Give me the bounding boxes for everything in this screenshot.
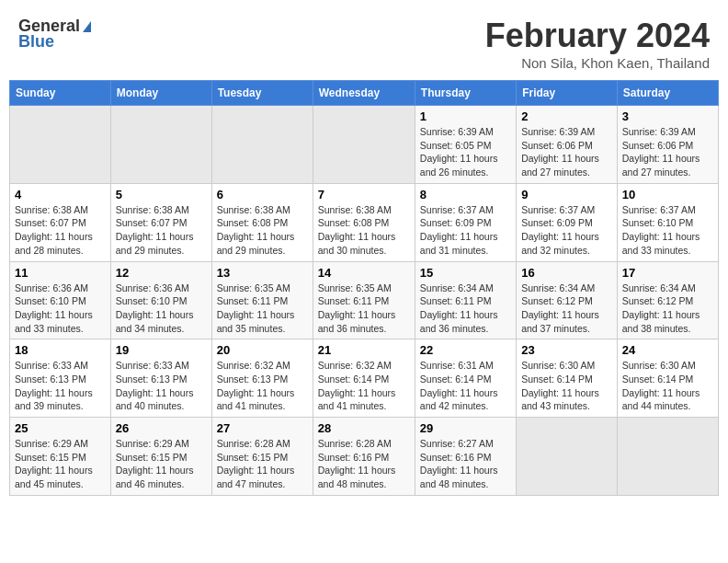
header-day-friday: Friday xyxy=(517,81,618,106)
day-info: Sunrise: 6:33 AMSunset: 6:13 PMDaylight:… xyxy=(15,359,106,413)
day-number: 29 xyxy=(420,421,511,435)
calendar-cell: 19Sunrise: 6:33 AMSunset: 6:13 PMDayligh… xyxy=(110,339,211,418)
day-info: Sunrise: 6:37 AMSunset: 6:09 PMDaylight:… xyxy=(521,203,612,258)
day-info: Sunrise: 6:32 AMSunset: 6:13 PMDaylight:… xyxy=(217,359,308,413)
day-number: 2 xyxy=(521,109,612,123)
header-row: SundayMondayTuesdayWednesdayThursdayFrid… xyxy=(10,81,719,106)
calendar-week-1: 1Sunrise: 6:39 AMSunset: 6:05 PMDaylight… xyxy=(10,106,719,184)
day-number: 1 xyxy=(420,109,511,123)
calendar-week-4: 18Sunrise: 6:33 AMSunset: 6:13 PMDayligh… xyxy=(10,339,719,418)
day-number: 24 xyxy=(622,343,713,357)
calendar-cell: 25Sunrise: 6:29 AMSunset: 6:15 PMDayligh… xyxy=(10,418,111,496)
day-number: 20 xyxy=(217,343,308,357)
day-info: Sunrise: 6:34 AMSunset: 6:12 PMDaylight:… xyxy=(622,282,713,336)
calendar-cell: 15Sunrise: 6:34 AMSunset: 6:11 PMDayligh… xyxy=(415,261,516,339)
calendar-cell: 8Sunrise: 6:37 AMSunset: 6:09 PMDaylight… xyxy=(415,183,516,261)
day-info: Sunrise: 6:32 AMSunset: 6:14 PMDaylight:… xyxy=(318,359,410,413)
day-number: 17 xyxy=(622,266,713,280)
day-number: 27 xyxy=(217,421,308,435)
day-number: 14 xyxy=(318,266,410,280)
day-info: Sunrise: 6:29 AMSunset: 6:15 PMDaylight:… xyxy=(15,437,106,491)
day-info: Sunrise: 6:38 AMSunset: 6:08 PMDaylight:… xyxy=(318,203,410,258)
day-number: 18 xyxy=(15,343,106,357)
day-info: Sunrise: 6:39 AMSunset: 6:06 PMDaylight:… xyxy=(622,125,713,179)
day-info: Sunrise: 6:36 AMSunset: 6:10 PMDaylight:… xyxy=(116,282,207,336)
logo: General Blue xyxy=(18,17,91,52)
day-number: 12 xyxy=(116,266,207,280)
calendar-cell: 27Sunrise: 6:28 AMSunset: 6:15 PMDayligh… xyxy=(211,418,313,496)
calendar-cell: 6Sunrise: 6:38 AMSunset: 6:08 PMDaylight… xyxy=(211,183,313,261)
day-info: Sunrise: 6:28 AMSunset: 6:16 PMDaylight:… xyxy=(318,437,410,491)
calendar-cell: 26Sunrise: 6:29 AMSunset: 6:15 PMDayligh… xyxy=(110,418,211,496)
calendar-cell: 4Sunrise: 6:38 AMSunset: 6:07 PMDaylight… xyxy=(10,183,111,261)
calendar-cell: 28Sunrise: 6:28 AMSunset: 6:16 PMDayligh… xyxy=(313,418,415,496)
day-number: 22 xyxy=(420,343,511,357)
day-info: Sunrise: 6:30 AMSunset: 6:14 PMDaylight:… xyxy=(521,359,612,413)
day-number: 7 xyxy=(318,188,410,201)
day-info: Sunrise: 6:35 AMSunset: 6:11 PMDaylight:… xyxy=(217,282,308,336)
calendar-cell xyxy=(10,106,111,184)
day-number: 3 xyxy=(622,109,713,123)
calendar-cell: 16Sunrise: 6:34 AMSunset: 6:12 PMDayligh… xyxy=(517,261,618,339)
calendar-cell: 14Sunrise: 6:35 AMSunset: 6:11 PMDayligh… xyxy=(313,261,415,339)
day-info: Sunrise: 6:36 AMSunset: 6:10 PMDaylight:… xyxy=(15,282,106,336)
day-info: Sunrise: 6:31 AMSunset: 6:14 PMDaylight:… xyxy=(420,359,511,413)
day-info: Sunrise: 6:29 AMSunset: 6:15 PMDaylight:… xyxy=(116,437,207,491)
calendar-cell: 12Sunrise: 6:36 AMSunset: 6:10 PMDayligh… xyxy=(110,261,211,339)
header-day-saturday: Saturday xyxy=(617,81,718,106)
day-info: Sunrise: 6:39 AMSunset: 6:05 PMDaylight:… xyxy=(420,125,511,179)
header-day-wednesday: Wednesday xyxy=(313,81,415,106)
day-info: Sunrise: 6:35 AMSunset: 6:11 PMDaylight:… xyxy=(318,282,410,336)
day-number: 8 xyxy=(420,188,511,201)
day-number: 21 xyxy=(318,343,410,357)
calendar-cell: 17Sunrise: 6:34 AMSunset: 6:12 PMDayligh… xyxy=(617,261,718,339)
calendar-cell: 10Sunrise: 6:37 AMSunset: 6:10 PMDayligh… xyxy=(617,183,718,261)
day-number: 5 xyxy=(116,188,207,201)
calendar-cell xyxy=(517,418,618,496)
calendar-cell: 2Sunrise: 6:39 AMSunset: 6:06 PMDaylight… xyxy=(517,106,618,184)
calendar-body: 1Sunrise: 6:39 AMSunset: 6:05 PMDaylight… xyxy=(10,106,719,496)
calendar-cell xyxy=(211,106,313,184)
calendar-cell: 21Sunrise: 6:32 AMSunset: 6:14 PMDayligh… xyxy=(313,339,415,418)
day-number: 16 xyxy=(521,266,612,280)
calendar-cell: 11Sunrise: 6:36 AMSunset: 6:10 PMDayligh… xyxy=(10,261,111,339)
calendar-cell: 23Sunrise: 6:30 AMSunset: 6:14 PMDayligh… xyxy=(517,339,618,418)
day-info: Sunrise: 6:38 AMSunset: 6:07 PMDaylight:… xyxy=(116,203,207,258)
calendar-cell: 5Sunrise: 6:38 AMSunset: 6:07 PMDaylight… xyxy=(110,183,211,261)
day-info: Sunrise: 6:34 AMSunset: 6:12 PMDaylight:… xyxy=(521,282,612,336)
header-day-sunday: Sunday xyxy=(10,81,111,106)
location-subtitle: Non Sila, Khon Kaen, Thailand xyxy=(485,55,710,71)
day-number: 4 xyxy=(15,188,106,201)
title-block: February 2024 Non Sila, Khon Kaen, Thail… xyxy=(485,17,710,71)
month-title: February 2024 xyxy=(485,17,710,55)
calendar-cell: 1Sunrise: 6:39 AMSunset: 6:05 PMDaylight… xyxy=(415,106,516,184)
calendar-cell xyxy=(617,418,718,496)
day-info: Sunrise: 6:28 AMSunset: 6:15 PMDaylight:… xyxy=(217,437,308,491)
header-day-tuesday: Tuesday xyxy=(211,81,313,106)
calendar-week-3: 11Sunrise: 6:36 AMSunset: 6:10 PMDayligh… xyxy=(10,261,719,339)
calendar-cell: 18Sunrise: 6:33 AMSunset: 6:13 PMDayligh… xyxy=(10,339,111,418)
calendar-cell: 13Sunrise: 6:35 AMSunset: 6:11 PMDayligh… xyxy=(211,261,313,339)
logo-blue-text: Blue xyxy=(18,32,54,52)
page-header: General Blue February 2024 Non Sila, Kho… xyxy=(9,9,719,75)
header-day-thursday: Thursday xyxy=(415,81,516,106)
day-number: 23 xyxy=(521,343,612,357)
day-number: 28 xyxy=(318,421,410,435)
calendar-table: SundayMondayTuesdayWednesdayThursdayFrid… xyxy=(9,80,719,496)
day-info: Sunrise: 6:30 AMSunset: 6:14 PMDaylight:… xyxy=(622,359,713,413)
calendar-week-5: 25Sunrise: 6:29 AMSunset: 6:15 PMDayligh… xyxy=(10,418,719,496)
day-info: Sunrise: 6:37 AMSunset: 6:10 PMDaylight:… xyxy=(622,203,713,258)
day-number: 9 xyxy=(521,188,612,201)
calendar-cell: 9Sunrise: 6:37 AMSunset: 6:09 PMDaylight… xyxy=(517,183,618,261)
day-info: Sunrise: 6:27 AMSunset: 6:16 PMDaylight:… xyxy=(420,437,511,491)
day-number: 15 xyxy=(420,266,511,280)
calendar-cell: 29Sunrise: 6:27 AMSunset: 6:16 PMDayligh… xyxy=(415,418,516,496)
calendar-cell: 20Sunrise: 6:32 AMSunset: 6:13 PMDayligh… xyxy=(211,339,313,418)
calendar-cell: 24Sunrise: 6:30 AMSunset: 6:14 PMDayligh… xyxy=(617,339,718,418)
calendar-cell: 22Sunrise: 6:31 AMSunset: 6:14 PMDayligh… xyxy=(415,339,516,418)
calendar-cell: 3Sunrise: 6:39 AMSunset: 6:06 PMDaylight… xyxy=(617,106,718,184)
day-info: Sunrise: 6:38 AMSunset: 6:07 PMDaylight:… xyxy=(15,203,106,258)
day-info: Sunrise: 6:34 AMSunset: 6:11 PMDaylight:… xyxy=(420,282,511,336)
calendar-cell xyxy=(313,106,415,184)
day-number: 26 xyxy=(116,421,207,435)
